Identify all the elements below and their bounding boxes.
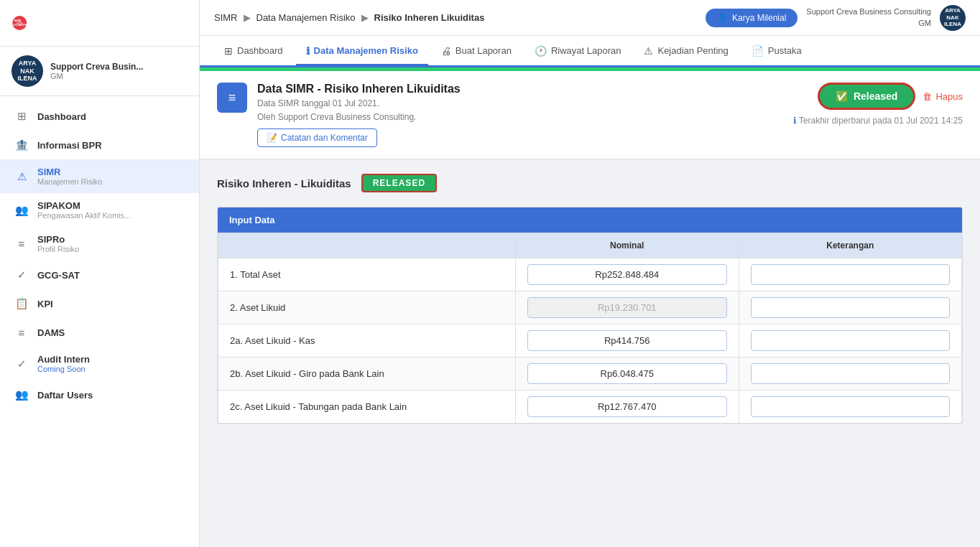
tab-pustaka[interactable]: 📄 Pustaka [741,38,812,66]
row-keterangan-cell [739,258,962,291]
nominal-input[interactable] [527,264,727,285]
table-row: 1. Total Aset [218,258,962,291]
tab-dmr-label: Data Manajemen Risiko [314,45,418,56]
page-info: Data SIMR - Risiko Inheren Likuiditas Da… [257,83,461,147]
section-title-row: Risiko Inheren - Likuiditas RELEASED [217,174,963,192]
sidebar-item-label: KPI [37,299,53,309]
page-icon: ≡ [217,83,247,113]
sidebar: BPR GO DIGITAL ARYANAKILENA Support Crev… [0,0,200,547]
row-nominal-cell [516,291,739,324]
sidebar-nav: ⊞ Dashboard 🏦 Informasi BPR ⚠ SIMR Manaj… [0,96,199,547]
tab-kejadian-penting[interactable]: ⚠ Kejadian Penting [634,38,738,66]
tab-bl-icon: 🖨 [441,45,451,57]
released-button[interactable]: ✅ Released [818,83,915,110]
sidebar-item-daftar-users[interactable]: 👥 Daftar Users [0,380,199,409]
dashboard-icon: ⊞ [14,109,29,123]
sidebar-item-label: SIPRo [37,234,79,245]
col-header-keterangan: Keterangan [739,233,962,258]
content-area: ≡ Data SIMR - Risiko Inheren Likuiditas … [200,67,980,547]
main-area: SIMR ▶ Data Manajemen Risiko ▶ Risiko In… [200,0,980,547]
keterangan-input[interactable] [751,396,951,417]
row-keterangan-cell [739,357,962,391]
users-icon: 👥 [14,203,29,218]
tab-kp-icon: ⚠ [644,45,653,57]
sidebar-item-label: Daftar Users [37,390,93,401]
sidebar-item-informasi-bpr[interactable]: 🏦 Informasi BPR [0,131,199,159]
topbar-user-info: Support Creva Business Consulting GM [806,6,931,29]
tab-dmr-icon: ℹ [306,45,310,57]
breadcrumb-sep1: ▶ [244,12,251,23]
tab-dashboard[interactable]: ⊞ Dashboard [214,38,293,66]
keterangan-input[interactable] [751,363,951,384]
row-nominal-cell [516,258,739,291]
row-label: 2a. Aset Likuid - Kas [218,324,516,357]
row-keterangan-cell [739,324,962,357]
tab-kp-label: Kejadian Penting [657,45,728,56]
hapus-button[interactable]: 🗑 Hapus [923,91,963,102]
table-row: 2b. Aset Likuid - Giro pada Bank Lain [218,357,962,391]
list-icon: ≡ [14,237,29,251]
warning-icon: ⚠ [14,169,29,184]
input-data-header: Input Data [218,207,962,233]
catatan-button[interactable]: 📝 Catatan dan Komentar [257,128,377,147]
sidebar-item-dams[interactable]: ≡ DAMS [0,318,199,347]
sidebar-item-dashboard[interactable]: ⊞ Dashboard [0,102,199,131]
sidebar-item-kpi[interactable]: 📋 KPI [0,289,199,318]
tab-data-manajemen-risiko[interactable]: ℹ Data Manajemen Risiko [296,38,428,66]
sidebar-item-label: Dashboard [37,111,86,122]
main-section: Risiko Inheren - Likuiditas RELEASED Inp… [200,159,980,439]
page-header: ≡ Data SIMR - Risiko Inheren Likuiditas … [200,71,980,159]
breadcrumb-simr[interactable]: SIMR [214,12,238,23]
sidebar-item-sublabel: Profil Risiko [37,245,79,253]
karya-icon: 👤 [717,13,728,23]
sidebar-item-audit-intern[interactable]: ✓ Audit Intern Coming Soon [0,347,199,380]
sidebar-item-sipro[interactable]: ≡ SIPRo Profil Risiko [0,227,199,261]
logo: BPR GO DIGITAL [11,9,47,37]
check-icon: ✓ [14,268,29,282]
header-actions: ✅ Released 🗑 Hapus [818,83,963,110]
sidebar-item-simr[interactable]: ⚠ SIMR Manajemen Risiko [0,159,199,193]
keterangan-input[interactable] [751,330,951,351]
data-table-wrapper: Input Data Nominal Keterangan 1. Total A… [217,207,963,424]
nominal-input[interactable] [527,330,727,351]
bank-icon: 🏦 [14,138,29,152]
audit-icon: ✓ [14,357,29,371]
row-nominal-cell [516,324,739,357]
row-keterangan-cell [739,291,962,324]
keterangan-input[interactable] [751,297,951,318]
users-icon: 👥 [14,388,29,402]
sidebar-user: ARYANAKILENA Support Creva Busin... GM [0,47,199,96]
check-circle-icon: ✅ [836,90,848,102]
sidebar-item-label: SIPAKOM [37,200,131,211]
sidebar-item-gcg-sat[interactable]: ✓ GCG-SAT [0,261,199,289]
tab-riwayat-laporan[interactable]: 🕐 Riwayat Laporan [524,38,632,66]
sidebar-item-label: SIMR [37,167,102,177]
subtitle-line1: Data SIMR tanggal 01 Jul 2021. [257,98,379,108]
tab-dashboard-label: Dashboard [237,45,283,56]
tab-p-icon: 📄 [752,45,764,57]
page-header-left: ≡ Data SIMR - Risiko Inheren Likuiditas … [217,83,461,147]
table-row: 2. Aset Likuid [218,291,962,324]
user-info: Support Creva Busin... GM [50,62,143,80]
nominal-input[interactable] [527,396,727,417]
row-label: 2b. Aset Likuid - Giro pada Bank Lain [218,357,516,391]
subtitle-line2: Oleh Support Creva Business Consulting. [257,112,416,122]
tab-buat-laporan[interactable]: 🖨 Buat Laporan [431,38,522,66]
nominal-input[interactable] [527,363,727,384]
topbar-right: 👤 Karya Milenial Support Creva Business … [706,5,966,31]
col-header-nominal: Nominal [516,233,739,258]
nominal-input [527,297,727,318]
row-label: 2. Aset Likuid [218,291,516,324]
topbar-avatar: ARYANAKILENA [940,5,966,31]
breadcrumb-data-manajemen[interactable]: Data Manajemen Risiko [256,12,356,23]
karya-milenial-button[interactable]: 👤 Karya Milenial [706,9,798,27]
sidebar-logo-area: BPR GO DIGITAL [0,0,199,47]
sidebar-item-label: Audit Intern [37,354,90,365]
catatan-icon: 📝 [267,133,277,143]
last-updated-text: Terakhir diperbarui pada 01 Jul 2021 14:… [799,116,963,126]
keterangan-input[interactable] [751,264,951,285]
table-row: 2c. Aset Likuid - Tabungan pada Bank Lai… [218,391,962,424]
sidebar-item-sipakom[interactable]: 👥 SIPAKOM Pengawasan Aktif Komis... [0,193,199,227]
karya-label: Karya Milenial [732,13,786,23]
topbar-user-name: Support Creva Business Consulting [806,6,931,17]
